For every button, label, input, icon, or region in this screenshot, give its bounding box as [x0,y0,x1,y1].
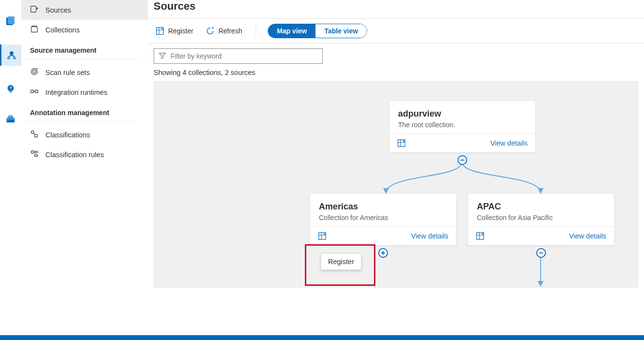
svg-rect-19 [35,134,37,137]
classification-icon [30,130,39,140]
svg-text:?: ? [9,86,12,90]
map-icon [6,49,17,61]
register-icon [156,27,164,35]
nav-label: Integration runtimes [45,89,107,96]
card-americas[interactable]: Americas Collection for Americas View de… [310,194,456,245]
nav-collections[interactable]: Collections [21,20,148,40]
view-details-link[interactable]: View details [411,232,448,240]
filter-icon [159,52,166,60]
nav-label: Classification rules [45,151,104,159]
svg-rect-21 [35,151,37,153]
svg-marker-25 [383,188,389,194]
card-title: adpurview [398,109,527,119]
card-description: Collection for Americas [319,214,447,222]
card-title: APAC [477,202,605,212]
svg-rect-6 [9,91,12,93]
nav-integration-runtimes[interactable]: Integration runtimes [21,82,148,102]
card-description: The root collection. [398,121,527,129]
svg-rect-1 [8,16,14,24]
svg-point-33 [482,233,483,235]
menu-item-label: Register [328,258,354,266]
target-icon [30,67,39,77]
classification-rules-icon [30,149,39,160]
nav-classifications[interactable]: Classifications [21,125,148,145]
refresh-button[interactable]: Refresh [204,26,244,36]
svg-rect-11 [31,6,36,13]
filter-input[interactable] [171,52,317,60]
view-details-link[interactable]: View details [569,232,606,240]
register-source-icon[interactable] [397,139,406,148]
view-details-link[interactable]: View details [490,139,528,147]
table-view-pill[interactable]: Table view [315,24,367,38]
filter-box[interactable] [154,48,323,64]
nav-label: Scan rule sets [45,69,90,76]
nav-label: Classifications [45,131,90,139]
svg-point-15 [33,70,36,73]
card-root[interactable]: adpurview The root collection. View deta… [389,101,535,152]
svg-rect-12 [31,27,38,32]
results-summary: Showing 4 collections, 2 sources [148,67,644,81]
svg-rect-13 [32,26,37,27]
card-description: Collection for Asia Pacific [477,214,605,222]
nav-label: Collections [45,26,80,34]
expand-button-americas[interactable] [378,248,388,258]
card-apac[interactable]: APAC Collection for Asia Pacific View de… [468,194,614,245]
rail-management[interactable] [4,112,17,126]
svg-rect-22 [35,155,37,157]
divider [25,121,137,122]
svg-rect-16 [31,90,33,92]
rail-data-map[interactable] [0,44,21,66]
database-icon [5,15,16,27]
source-icon [30,5,39,15]
left-rail: ? [0,0,21,287]
side-nav: Sources Collections Source management Sc… [21,0,148,287]
svg-point-3 [7,57,10,59]
svg-marker-26 [538,188,544,194]
svg-point-4 [13,57,16,59]
refresh-icon [206,27,215,35]
svg-marker-27 [538,281,544,287]
svg-point-31 [324,233,325,235]
collapse-button-apac[interactable] [536,248,546,258]
map-canvas[interactable]: adpurview The root collection. View deta… [154,81,638,287]
button-label: Refresh [218,27,242,35]
map-view-pill[interactable]: Map view [268,24,315,38]
toolbar: Register Refresh Map view Table view [148,18,644,44]
toolbar-separator [256,25,256,37]
svg-point-14 [31,69,38,75]
rail-insights[interactable]: ? [4,82,17,96]
svg-rect-17 [35,90,38,92]
register-source-icon[interactable] [476,232,485,240]
lightbulb-icon: ? [5,84,16,94]
divider [25,59,137,59]
nav-sources[interactable]: Sources [21,0,148,20]
collapse-button-root[interactable] [458,155,467,165]
nav-scan-rule-sets[interactable]: Scan rule sets [21,62,148,82]
nav-label: Sources [45,6,71,14]
register-button[interactable]: Register [154,26,195,36]
button-label: Register [168,27,193,35]
rail-data-sources[interactable] [4,15,17,28]
page-title: Sources [148,0,644,18]
section-source-management: Source management [21,40,148,58]
card-title: Americas [319,202,447,212]
register-source-icon[interactable] [318,232,327,240]
nav-classification-rules[interactable]: Classification rules [21,145,148,164]
filter-row [148,44,644,67]
section-annotation-management: Annotation management [21,102,148,120]
main-content: Sources Register Refresh Map view Table … [148,0,644,287]
toolbox-icon [5,114,16,124]
svg-point-29 [403,140,404,142]
collections-icon [30,25,39,35]
svg-point-20 [31,151,34,153]
svg-point-2 [10,51,14,55]
footer-bar [0,335,644,340]
integration-icon [30,87,39,97]
register-context-menu[interactable]: Register [321,253,361,270]
view-toggle: Map view Table view [268,24,367,38]
svg-rect-10 [9,116,12,118]
